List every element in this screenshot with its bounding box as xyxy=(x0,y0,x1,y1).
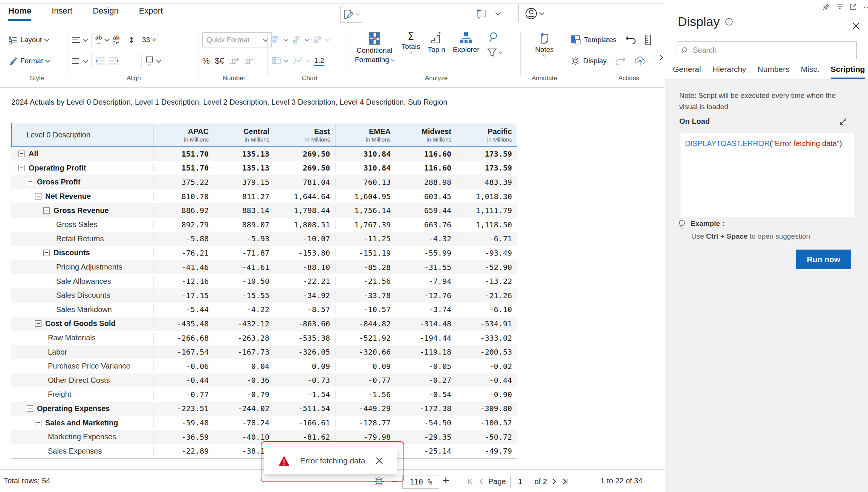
table-row[interactable]: Gross Profit 375.22379.15781.04760.13288… xyxy=(11,175,517,189)
panel-tab-numbers[interactable]: Numbers xyxy=(758,65,790,79)
ribbon-tab-home[interactable]: Home xyxy=(8,6,31,21)
ribbon-tab-export[interactable]: Export xyxy=(139,6,163,21)
add-decimal-button[interactable]: .0+ xyxy=(229,56,239,66)
collapse-toggle-icon[interactable] xyxy=(18,165,25,171)
cloud-upload-icon[interactable] xyxy=(634,56,646,66)
percent-format-button[interactable]: % xyxy=(202,56,210,66)
waterfall-chart-button[interactable] xyxy=(293,35,308,44)
table-row[interactable]: Freight -0.77-0.79-1.54-1.56-0.54-0.90 xyxy=(11,387,517,402)
text-overflow-button[interactable]: ab → xyxy=(95,35,109,45)
column-header[interactable]: Central in Millions xyxy=(214,123,275,147)
table-row[interactable]: Other Direct Costs -0.44-0.36-0.73-0.77-… xyxy=(11,373,517,388)
collapse-toggle-icon[interactable] xyxy=(43,207,50,214)
increase-indent-button[interactable] xyxy=(109,57,119,65)
column-chart-button[interactable] xyxy=(313,35,329,44)
wrap-text-button[interactable]: abc↵ xyxy=(113,35,120,45)
bar-chart-button[interactable] xyxy=(272,35,287,44)
collapse-toggle-icon[interactable] xyxy=(27,179,33,185)
table-row[interactable]: Operating Profit 151.70135.13269.50310.8… xyxy=(11,161,517,175)
toast-close-icon[interactable] xyxy=(376,457,383,465)
search-icon[interactable] xyxy=(489,32,500,43)
table-row[interactable]: Gross Revenue 886.92883.141,798.441,756.… xyxy=(11,203,517,218)
panel-tab-general[interactable]: General xyxy=(673,65,701,79)
panel-tab-misc[interactable]: Misc. xyxy=(801,65,819,79)
page-number-input[interactable] xyxy=(510,475,530,488)
table-row[interactable]: Cost of Goods Sold -435.48-432.12-863.60… xyxy=(11,317,517,331)
table-row[interactable]: Labor -167.54-167.73-326.05-320.66-119.1… xyxy=(11,345,517,359)
table-row[interactable]: Sale Allowances -12.16-10.50-22.21-21.56… xyxy=(11,274,517,288)
decrease-indent-button[interactable] xyxy=(95,57,105,65)
column-header-level0[interactable]: Level 0 Description xyxy=(11,123,153,147)
edit-visual-button[interactable] xyxy=(340,6,362,23)
column-header[interactable]: APAC in Millions xyxy=(153,123,214,147)
redo-icon[interactable] xyxy=(615,56,626,66)
next-page-icon[interactable] xyxy=(552,478,557,485)
column-header[interactable]: Pacific in Millions xyxy=(457,123,517,147)
table-row[interactable]: Raw Materials -266.68-263.28-535.38-521.… xyxy=(11,331,517,345)
ribbon-tab-insert[interactable]: Insert xyxy=(52,6,72,21)
table-row[interactable]: All 151.70135.13269.50310.84116.60173.59 xyxy=(11,147,517,161)
notes-button[interactable]: Notes xyxy=(535,32,554,56)
first-page-icon[interactable] xyxy=(467,478,474,485)
remove-decimal-button[interactable]: .0− xyxy=(244,56,254,66)
vertical-align-button[interactable] xyxy=(72,36,87,44)
templates-button[interactable]: Templates xyxy=(570,35,617,45)
account-button[interactable] xyxy=(518,5,550,22)
table-row[interactable]: Discounts -76.21-71.87-153.80-151.19-55.… xyxy=(11,246,517,260)
panel-tab-scripting[interactable]: Scripting xyxy=(831,65,865,79)
collapse-toggle-icon[interactable] xyxy=(27,405,33,412)
collapse-toggle-icon[interactable] xyxy=(18,151,25,157)
panel-tab-hierarchy[interactable]: Hierarchy xyxy=(712,65,746,79)
table-row[interactable]: Gross Sales 892.79889.071,808.511,767.39… xyxy=(11,218,517,232)
layout-button[interactable]: Layout xyxy=(8,35,49,44)
filter-lines-icon[interactable] xyxy=(836,3,844,10)
column-header[interactable]: EMEA in Millions xyxy=(335,123,396,147)
more-options-icon[interactable]: ··· xyxy=(863,5,868,9)
decimal-display-button[interactable]: 1.2 xyxy=(314,56,324,66)
explorer-button[interactable]: Explorer xyxy=(453,32,480,54)
table-row[interactable]: Sales Discounts -17.15-15.55-34.92-33.78… xyxy=(11,288,517,303)
info-icon[interactable] xyxy=(725,18,733,26)
table-row[interactable]: Net Revenue 810.70811.271,644.641,604.95… xyxy=(11,189,517,204)
collapse-toggle-icon[interactable] xyxy=(43,250,50,256)
script-code-editor[interactable]: DISPLAYTOAST.ERROR("Error fetching data"… xyxy=(680,133,854,217)
previous-page-icon[interactable] xyxy=(478,478,484,485)
collapse-toggle-icon[interactable] xyxy=(35,193,41,200)
collapse-toggle-icon[interactable] xyxy=(35,420,41,426)
ribbon-tab-design[interactable]: Design xyxy=(93,6,118,21)
panel-collapse-button[interactable] xyxy=(656,53,665,62)
line-chart-button[interactable] xyxy=(293,57,309,65)
undo-icon[interactable] xyxy=(625,35,636,45)
conditional-formatting-button[interactable]: Conditional Formatting xyxy=(355,32,394,64)
popout-icon[interactable] xyxy=(850,3,857,11)
search-input[interactable] xyxy=(692,46,852,55)
table-row[interactable]: Sales Markdown -5.44-4.22-8.57-10.57-3.7… xyxy=(11,303,517,317)
table-row[interactable]: Purchase Price Variance -0.060.040.090.0… xyxy=(11,359,517,373)
table-row[interactable]: Retail Returns -5.88-5.93-10.07-11.25-4.… xyxy=(11,232,517,246)
table-row[interactable]: Pricing Adjustments -41.46-41.61-88.10-8… xyxy=(11,260,517,274)
quick-format-select[interactable]: Quick Format xyxy=(202,32,272,47)
run-now-button[interactable]: Run now xyxy=(796,250,851,269)
column-width-button[interactable]: ↔ xyxy=(145,56,160,65)
top-n-button[interactable]: Top n xyxy=(428,32,445,54)
filter-button[interactable] xyxy=(487,48,502,57)
zoom-level-input[interactable]: 110 % xyxy=(402,475,439,489)
expand-editor-icon[interactable] xyxy=(839,117,848,126)
table-visual-button[interactable] xyxy=(272,57,287,65)
ruler-icon[interactable] xyxy=(645,34,651,46)
comment-dropdown-button[interactable] xyxy=(493,5,503,22)
panel-search-box[interactable] xyxy=(677,41,857,59)
collapse-toggle-icon[interactable] xyxy=(35,320,41,327)
add-comment-button[interactable] xyxy=(469,5,493,22)
pin-icon[interactable] xyxy=(822,3,830,11)
table-row[interactable]: Operating Expenses -223.51-244.02-511.54… xyxy=(11,402,517,416)
last-page-icon[interactable] xyxy=(561,478,568,485)
totals-button[interactable]: Σ Totals xyxy=(402,32,420,53)
zoom-in-button[interactable]: + xyxy=(442,474,449,487)
panel-close-icon[interactable] xyxy=(852,22,860,30)
row-height-stepper[interactable]: 33 xyxy=(139,33,159,47)
currency-format-button[interactable]: $€ xyxy=(215,56,224,66)
format-button[interactable]: Format xyxy=(8,56,50,65)
horizontal-align-button[interactable] xyxy=(72,57,87,65)
column-header[interactable]: East in Millions xyxy=(275,123,335,147)
